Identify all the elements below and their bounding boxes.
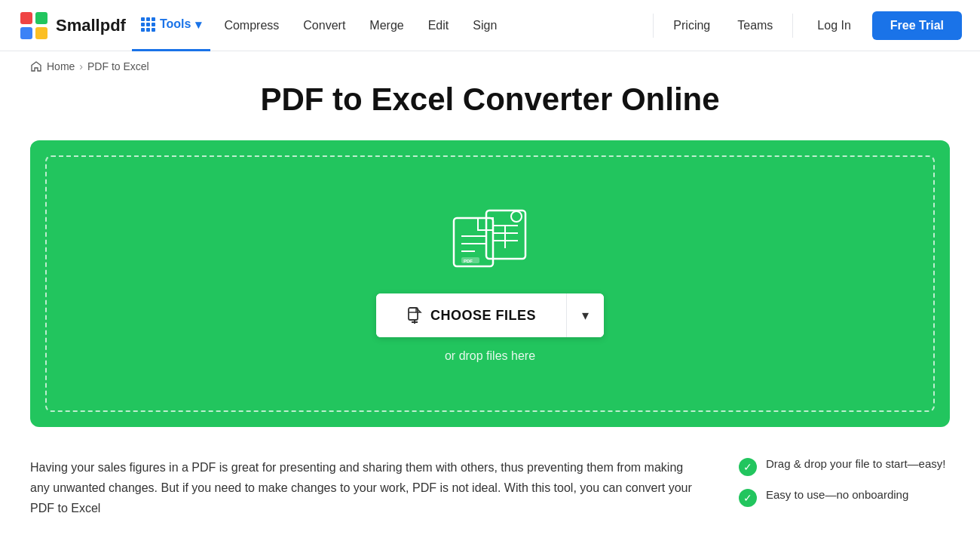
file-plus-icon bbox=[406, 307, 423, 324]
feature-item-1: ✓ Drag & drop your file to start—easy! bbox=[739, 457, 950, 476]
choose-files-label: CHOOSE FILES bbox=[430, 308, 536, 324]
grid-icon bbox=[141, 17, 155, 32]
breadcrumb-current: PDF to Excel bbox=[87, 60, 149, 72]
smallpdf-logo-icon bbox=[18, 10, 50, 41]
logo-text: Smallpdf bbox=[56, 16, 126, 35]
choose-files-button[interactable]: CHOOSE FILES bbox=[376, 293, 566, 337]
svg-text:PDF: PDF bbox=[464, 259, 473, 263]
nav-merge[interactable]: Merge bbox=[359, 13, 414, 38]
bottom-section: Having your sales figures in a PDF is gr… bbox=[30, 457, 950, 519]
feature-item-2: ✓ Easy to use—no onboarding bbox=[739, 488, 950, 507]
login-button[interactable]: Log In bbox=[802, 13, 865, 38]
choose-files-dropdown-button[interactable]: ▾ bbox=[567, 293, 604, 337]
home-icon bbox=[30, 60, 42, 72]
nav-compress[interactable]: Compress bbox=[213, 13, 289, 38]
svg-rect-2 bbox=[35, 12, 47, 24]
breadcrumb: Home › PDF to Excel bbox=[0, 51, 980, 81]
pdf-to-excel-icon: PDF bbox=[445, 204, 535, 272]
drop-zone-inner[interactable]: PDF CHOOSE FILES ▾ bbox=[45, 155, 935, 412]
feature-text-1: Drag & drop your file to start—easy! bbox=[766, 457, 945, 470]
breadcrumb-home[interactable]: Home bbox=[47, 60, 75, 72]
nav-divider-2 bbox=[792, 14, 793, 38]
choose-files-container: CHOOSE FILES ▾ bbox=[376, 293, 604, 337]
svg-rect-3 bbox=[20, 27, 32, 39]
logo-link[interactable]: Smallpdf bbox=[18, 10, 126, 41]
nav-teams[interactable]: Teams bbox=[727, 13, 783, 38]
page-title: PDF to Excel Converter Online bbox=[30, 81, 950, 118]
free-trial-button[interactable]: Free Trial bbox=[872, 11, 962, 40]
file-icon-area: PDF bbox=[445, 204, 535, 275]
nav-right: Pricing Teams bbox=[663, 13, 783, 38]
chevron-down-icon: ▾ bbox=[582, 307, 589, 324]
check-icon-2: ✓ bbox=[739, 489, 757, 507]
tools-label: Tools bbox=[160, 17, 191, 31]
drop-files-text: or drop files here bbox=[445, 349, 535, 363]
nav-pricing[interactable]: Pricing bbox=[663, 13, 721, 38]
feature-text-2: Easy to use—no onboarding bbox=[766, 488, 908, 501]
tools-chevron-icon: ▾ bbox=[195, 17, 201, 32]
main-content: PDF to Excel Converter Online bbox=[0, 81, 980, 549]
nav-convert[interactable]: Convert bbox=[292, 13, 356, 38]
nav-divider bbox=[653, 14, 654, 38]
breadcrumb-separator: › bbox=[79, 60, 83, 72]
svg-rect-1 bbox=[20, 12, 32, 24]
header: Smallpdf Tools ▾ Compress Convert Merge … bbox=[0, 0, 980, 51]
svg-point-10 bbox=[511, 211, 522, 222]
tools-menu-button[interactable]: Tools ▾ bbox=[132, 0, 210, 51]
nav-sign[interactable]: Sign bbox=[462, 13, 507, 38]
nav-edit[interactable]: Edit bbox=[418, 13, 460, 38]
drop-zone[interactable]: PDF CHOOSE FILES ▾ bbox=[30, 140, 950, 427]
check-icon-1: ✓ bbox=[739, 458, 757, 476]
features-list: ✓ Drag & drop your file to start—easy! ✓… bbox=[739, 457, 950, 507]
description-text: Having your sales figures in a PDF is gr… bbox=[30, 457, 694, 519]
auth-buttons: Log In Free Trial bbox=[802, 11, 962, 40]
main-nav: Compress Convert Merge Edit Sign bbox=[213, 13, 644, 38]
svg-rect-4 bbox=[35, 27, 47, 39]
